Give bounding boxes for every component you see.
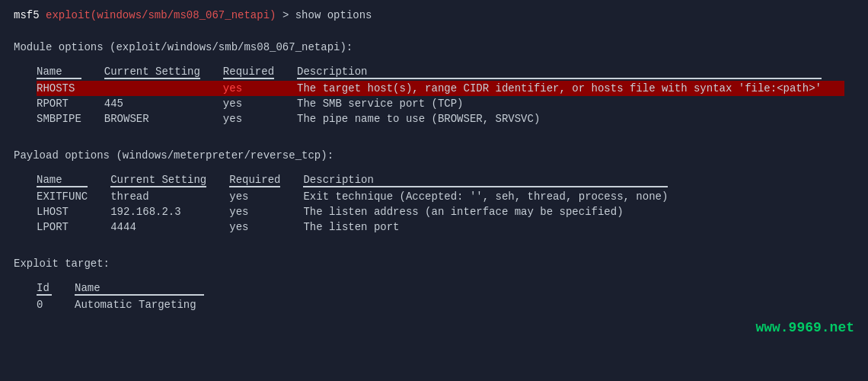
exploit-target-container: Id Name 0Automatic Targeting (37, 282, 854, 312)
prompt-arrow: > (282, 9, 295, 21)
payload-row-desc: The listen port (303, 219, 691, 235)
payload-row-required: yes (229, 189, 303, 204)
exploit-target-body: 0Automatic Targeting (37, 297, 227, 312)
payload-row-desc: The listen address (an interface may be … (303, 204, 691, 219)
msf-prefix: msf5 (14, 9, 40, 21)
payload-table-body: EXITFUNCthreadyesExit technique (Accepte… (37, 189, 691, 235)
payload-row-name: LPORT (37, 219, 110, 235)
module-col-name: Name (37, 66, 104, 81)
module-col-setting: Current Setting (104, 66, 223, 81)
module-row-setting: BROWSER (104, 111, 223, 126)
payload-col-name: Name (37, 174, 110, 189)
payload-row-setting: 192.168.2.3 (110, 204, 229, 219)
exploit-target-header: Exploit target: (14, 258, 854, 270)
prompt-line: msf5 exploit(windows/smb/ms08_067_netapi… (14, 9, 854, 21)
module-row-setting: 445 (104, 96, 223, 111)
module-row-desc: The target host(s), range CIDR identifie… (297, 81, 844, 96)
exploit-target-table: Id Name 0Automatic Targeting (37, 282, 227, 312)
module-row-name: SMBPIPE (37, 111, 104, 126)
payload-row-required: yes (229, 219, 303, 235)
payload-row-name: EXITFUNC (37, 189, 110, 204)
payload-table-header-row: Name Current Setting Required Descriptio… (37, 174, 691, 189)
module-row-name: RHOSTS (37, 81, 104, 96)
payload-row-setting: 4444 (110, 219, 229, 235)
payload-col-setting: Current Setting (110, 174, 229, 189)
payload-table-container: Name Current Setting Required Descriptio… (37, 174, 854, 235)
watermark: www.9969.net (14, 320, 854, 335)
module-row-name: RPORT (37, 96, 104, 111)
module-table: Name Current Setting Required Descriptio… (37, 66, 844, 126)
payload-table-row: EXITFUNCthreadyesExit technique (Accepte… (37, 189, 691, 204)
module-table-container: Name Current Setting Required Descriptio… (37, 66, 854, 126)
payload-table-row: LHOST192.168.2.3yesThe listen address (a… (37, 204, 691, 219)
payload-table: Name Current Setting Required Descriptio… (37, 174, 691, 235)
module-row-required: yes (223, 81, 297, 96)
exploit-target-header-row: Id Name (37, 282, 227, 297)
module-row-required: yes (223, 96, 297, 111)
exploit-col-id: Id (37, 282, 75, 297)
module-table-row: RHOSTSyesThe target host(s), range CIDR … (37, 81, 844, 96)
command-text: show options (295, 9, 372, 21)
module-row-desc: The pipe name to use (BROWSER, SRVSVC) (297, 111, 844, 126)
payload-col-desc: Description (303, 174, 691, 189)
module-table-body: RHOSTSyesThe target host(s), range CIDR … (37, 81, 844, 126)
module-row-setting (104, 81, 223, 96)
module-col-required: Required (223, 66, 297, 81)
module-table-row: RPORT445yesThe SMB service port (TCP) (37, 96, 844, 111)
module-table-row: SMBPIPEBROWSERyesThe pipe name to use (B… (37, 111, 844, 126)
payload-row-setting: thread (110, 189, 229, 204)
module-row-desc: The SMB service port (TCP) (297, 96, 844, 111)
module-table-header-row: Name Current Setting Required Descriptio… (37, 66, 844, 81)
payload-row-required: yes (229, 204, 303, 219)
exploit-row-name: Automatic Targeting (75, 297, 227, 312)
payload-row-desc: Exit technique (Accepted: '', seh, threa… (303, 189, 691, 204)
exploit-col-name: Name (75, 282, 227, 297)
exploit-path: exploit(windows/smb/ms08_067_netapi) (46, 9, 276, 21)
exploit-row-id: 0 (37, 297, 75, 312)
payload-section-header: Payload options (windows/meterpreter/rev… (14, 149, 854, 162)
module-col-desc: Description (297, 66, 844, 81)
module-section-header: Module options (exploit/windows/smb/ms08… (14, 41, 854, 53)
module-row-required: yes (223, 111, 297, 126)
payload-col-required: Required (229, 174, 303, 189)
payload-row-name: LHOST (37, 204, 110, 219)
payload-table-row: LPORT4444yesThe listen port (37, 219, 691, 235)
exploit-target-row: 0Automatic Targeting (37, 297, 227, 312)
